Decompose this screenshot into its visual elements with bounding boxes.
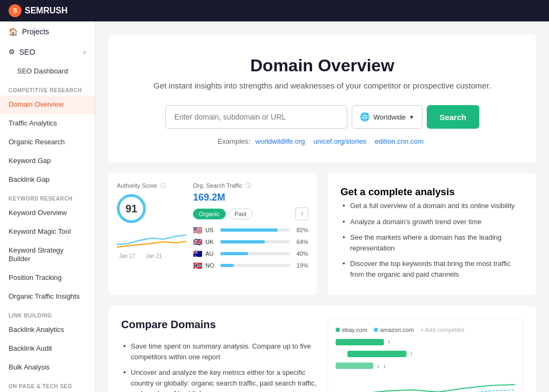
domain-overview-card: Domain Overview Get instant insights int…: [108, 34, 536, 162]
chevron-icon: ▼: [409, 114, 414, 120]
sidebar-item-position-tracking[interactable]: Position Tracking: [0, 269, 95, 287]
date-labels: Jan 17 Jan 21: [117, 253, 187, 259]
sidebar-item-keyword-gap[interactable]: Keyword Gap: [0, 152, 95, 171]
sidebar-cat-link: LINK BUILDING: [0, 306, 95, 321]
arrow-down-icon-2: ↓: [383, 362, 386, 369]
bullet-4: Discover the top keywords that bring the…: [340, 256, 523, 282]
export-icon[interactable]: ↑: [295, 208, 308, 220]
compare-bullet-2: Uncover and analyze the key metrics eith…: [121, 365, 317, 392]
comp-row-3: ↓ ↓: [336, 362, 515, 369]
bullet-2: Analyze a domain's growth trend over tim…: [340, 214, 523, 230]
compare-bullet-1: Save time spent on summary analysis. Com…: [121, 338, 317, 365]
sidebar-cat-competitive: COMPETITIVE RESEARCH: [0, 81, 95, 95]
analysis-card: Get a complete analysis Get a full overv…: [328, 173, 536, 295]
example-link-2[interactable]: unicef.org/stories: [313, 137, 366, 145]
features-section: Authority Score ⓘ 91 Jan 17: [108, 173, 536, 295]
sidebar-item-organic-research[interactable]: Organic Research: [0, 133, 95, 152]
content-area: Domain Overview Get instant insights int…: [95, 21, 549, 392]
compare-bar-rows: ↑ ↑ ↓ ↓: [336, 338, 515, 369]
org-traffic-value: 169.2M: [193, 192, 308, 203]
sidebar-item-backlink-analytics[interactable]: Backlink Analytics: [0, 321, 95, 339]
bullet-3: See the markets where a domain has the l…: [340, 230, 523, 256]
logo-text: SEMRUSH: [25, 6, 68, 16]
sidebar-cat-onpage: ON PAGE & TECH SEO: [0, 377, 95, 391]
compare-bullets: Save time spent on summary analysis. Com…: [121, 338, 317, 392]
bullet-1: Get a full overview of a domain and its …: [340, 198, 523, 214]
comp-row-1: ↑: [336, 338, 515, 346]
compare-chart: [336, 375, 515, 392]
compare-domains-section: Compare Domains Save time spent on summa…: [108, 306, 536, 392]
country-row-au: 🇦🇺 AU 40%: [193, 249, 308, 258]
compare-preview: ebay.com amazon.com + Add competitor ↑: [328, 319, 523, 392]
sidebar-item-backlink-gap[interactable]: Backlink Gap: [0, 171, 95, 189]
worldwide-dropdown[interactable]: 🌐 Worldwide ▼: [352, 105, 422, 129]
search-row: 🌐 Worldwide ▼ Search: [130, 105, 515, 129]
compare-title: Compare Domains: [121, 319, 317, 331]
mini-chart-auth: [117, 228, 187, 250]
example-link-3[interactable]: edition.cnn.com: [375, 137, 424, 145]
org-traffic-label: Org. Search Traffic ⓘ: [193, 182, 308, 190]
country-row-us: 🇺🇸 US 82%: [193, 226, 308, 234]
sidebar-item-seo[interactable]: ⚙ SEO ∨: [0, 42, 95, 62]
sidebar-item-projects[interactable]: 🏠 Projects: [0, 21, 95, 42]
sidebar-item-bulk-analysis[interactable]: Bulk Analysis: [0, 358, 95, 377]
comp-row-2: ↑: [336, 350, 515, 358]
topbar: S SEMRUSH: [0, 0, 549, 21]
example-link-1[interactable]: worldwildlife.org: [255, 137, 305, 145]
analysis-bullets: Get a full overview of a domain and its …: [340, 198, 523, 282]
domain-search-input[interactable]: [165, 105, 347, 129]
arrow-up-icon: ↑: [387, 338, 390, 346]
home-icon: 🏠: [9, 27, 18, 36]
globe-icon: 🌐: [360, 112, 370, 122]
sidebar: 🏠 Projects ⚙ SEO ∨ SEO Dashboard COMPETI…: [0, 21, 95, 392]
seo-icon: ⚙: [9, 48, 15, 57]
compare-two-col: Compare Domains Save time spent on summa…: [121, 319, 523, 392]
widget-preview: Authority Score ⓘ 91 Jan 17: [108, 173, 317, 295]
sidebar-cat-keyword: KEYWORD RESEARCH: [0, 189, 95, 204]
country-row-no: 🇳🇴 NO 19%: [193, 261, 308, 270]
org-traffic-box: Org. Search Traffic ⓘ 169.2M Organic Pai…: [193, 182, 308, 273]
sidebar-item-keyword-strategy[interactable]: Keyword Strategy Builder: [0, 241, 95, 269]
examples-row: Examples: worldwildlife.org unicef.org/s…: [130, 137, 515, 145]
sidebar-item-organic-insights[interactable]: Organic Traffic Insights: [0, 287, 95, 306]
compare-legend: ebay.com amazon.com + Add competitor: [336, 327, 515, 333]
arrow-up-icon-2: ↑: [410, 350, 413, 358]
arrow-down-icon: ↓: [376, 362, 380, 369]
tab-organic[interactable]: Organic: [193, 209, 226, 219]
widget-top: Authority Score ⓘ 91 Jan 17: [117, 182, 308, 273]
worldwide-label: Worldwide: [373, 113, 405, 121]
logo-icon: S: [9, 4, 21, 17]
traffic-tab-row: Organic Paid ↑: [193, 208, 308, 220]
country-row-uk: 🇬🇧 UK 64%: [193, 238, 308, 246]
sidebar-item-keyword-overview[interactable]: Keyword Overview: [0, 204, 95, 223]
sidebar-item-traffic-analytics[interactable]: Traffic Analytics: [0, 114, 95, 133]
authority-score-box: Authority Score ⓘ 91 Jan 17: [117, 182, 187, 273]
tab-paid[interactable]: Paid: [229, 209, 253, 219]
sidebar-item-domain-overview[interactable]: Domain Overview: [0, 95, 95, 114]
compare-text: Compare Domains Save time spent on summa…: [121, 319, 317, 392]
logo: S SEMRUSH: [9, 4, 68, 17]
chevron-down-icon: ∨: [83, 49, 86, 56]
authority-score-circle: 91: [117, 194, 146, 223]
analysis-title: Get a complete analysis: [340, 186, 523, 198]
page-title: Domain Overview: [130, 56, 515, 76]
sidebar-item-backlink-audit[interactable]: Backlink Audit: [0, 339, 95, 358]
page-subtitle: Get instant insights into strengths and …: [130, 81, 515, 90]
sidebar-item-seo-dashboard[interactable]: SEO Dashboard: [0, 62, 95, 81]
sidebar-item-keyword-magic[interactable]: Keyword Magic Tool: [0, 223, 95, 241]
search-button[interactable]: Search: [427, 105, 479, 129]
auth-score-label: Authority Score ⓘ: [117, 182, 187, 190]
